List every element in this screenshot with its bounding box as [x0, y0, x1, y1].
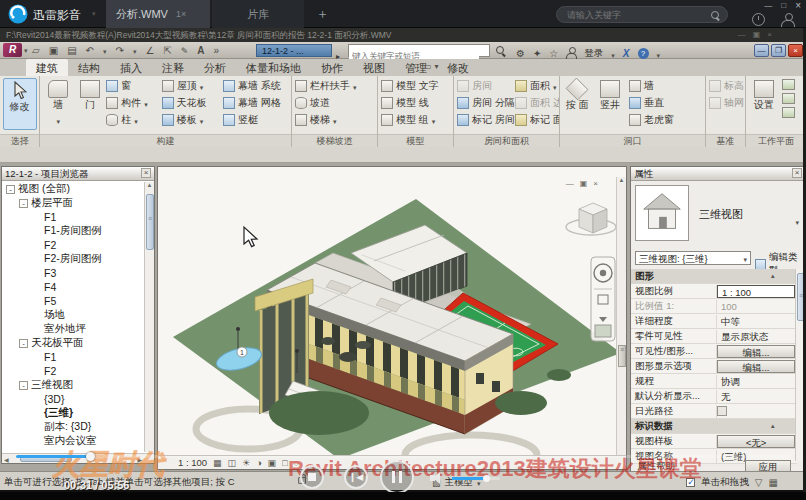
- volume-slider[interactable]: [452, 477, 500, 480]
- wall-button[interactable]: 墙: [42, 78, 75, 128]
- player-new-tab-button[interactable]: ＋: [316, 5, 329, 23]
- volume-icon[interactable]: [430, 472, 444, 484]
- room-separator-button[interactable]: 房间 分隔: [456, 95, 512, 111]
- tree-expander-icon[interactable]: -: [19, 199, 28, 208]
- player-close-button[interactable]: [795, 1, 801, 11]
- tree-item[interactable]: F2: [2, 364, 145, 378]
- curtain-grid-button[interactable]: 幕墙 网格: [222, 95, 289, 111]
- property-row[interactable]: 规程 协调: [631, 374, 797, 389]
- panel-label-room-area[interactable]: 房间和面积: [454, 134, 559, 147]
- volume-knob[interactable]: [483, 475, 490, 482]
- player-search-input[interactable]: [565, 8, 705, 21]
- aligned-dimension-icon[interactable]: [163, 44, 171, 58]
- tree-item[interactable]: {3D}: [2, 392, 145, 406]
- tree-item[interactable]: {三维}: [2, 406, 145, 420]
- ceiling-button[interactable]: 天花板: [161, 95, 220, 111]
- opening-by-face-button[interactable]: 按 面: [562, 78, 592, 110]
- tree-item[interactable]: - 三维视图: [2, 378, 145, 392]
- property-row[interactable]: 比例值 1: 100: [631, 299, 797, 314]
- set-workplane-button[interactable]: 设置: [748, 78, 780, 110]
- column-button[interactable]: 柱: [105, 112, 159, 128]
- property-value[interactable]: 中等: [717, 315, 795, 328]
- ribbon-tab[interactable]: 体量和场地: [236, 59, 311, 76]
- detail-level-icon[interactable]: ▦: [213, 458, 222, 468]
- component-button[interactable]: 构件: [105, 95, 159, 111]
- tree-item[interactable]: F1-房间图例: [2, 224, 145, 238]
- toolbar-overflow-icon[interactable]: [214, 44, 220, 58]
- shaft-button[interactable]: 竖井: [594, 78, 626, 110]
- ribbon-tab[interactable]: 结构: [68, 59, 110, 76]
- component-caret-icon[interactable]: [144, 98, 148, 109]
- model-group-button[interactable]: 模型 组: [380, 112, 440, 128]
- railing-button[interactable]: 栏杆扶手: [294, 78, 358, 94]
- view-close-icon[interactable]: ×: [593, 179, 598, 188]
- tree-expander-icon[interactable]: -: [19, 381, 28, 390]
- property-row[interactable]: 图形: [631, 269, 797, 284]
- open-icon[interactable]: [32, 44, 40, 58]
- property-value[interactable]: 编辑...: [717, 345, 795, 358]
- ribbon-tab[interactable]: 分析: [194, 59, 236, 76]
- tree-expander-icon[interactable]: -: [19, 339, 28, 348]
- property-row[interactable]: 日光路径: [631, 404, 797, 419]
- window-button[interactable]: 窗: [105, 78, 159, 94]
- drawing-viewport[interactable]: 1: [157, 166, 627, 470]
- property-value[interactable]: 编辑...: [717, 360, 795, 373]
- visual-style-icon[interactable]: ◫: [228, 458, 237, 468]
- vertical-opening-button[interactable]: 垂直: [628, 95, 690, 111]
- dormer-button[interactable]: 老虎窗: [628, 112, 690, 128]
- ribbon-tab[interactable]: 协作: [311, 59, 353, 76]
- tree-item[interactable]: F2-房间图例: [2, 252, 145, 266]
- selection-count-icon[interactable]: ▦: [769, 477, 778, 488]
- model-line-button[interactable]: 模型 线: [380, 95, 440, 111]
- property-row[interactable]: 默认分析显示... 无: [631, 389, 797, 404]
- revit-minimize-button[interactable]: —: [754, 44, 769, 57]
- project-browser-close-icon[interactable]: ×: [141, 168, 151, 178]
- property-value[interactable]: 协调: [717, 375, 795, 388]
- view-scale-label[interactable]: 1 : 100: [178, 457, 207, 468]
- view-restore-icon[interactable]: ▣: [580, 179, 588, 188]
- viewer-icon[interactable]: [782, 107, 795, 118]
- shadows-icon[interactable]: ◑: [256, 458, 261, 468]
- viewport-vertical-scrollbar[interactable]: ▲: [616, 177, 626, 455]
- tree-item[interactable]: F1: [2, 210, 145, 224]
- player-tab-library[interactable]: 片库: [212, 0, 304, 28]
- area-button[interactable]: 面积: [514, 78, 559, 94]
- property-row[interactable]: 详细程度 中等: [631, 314, 797, 329]
- tree-item[interactable]: F4: [2, 280, 145, 294]
- redo-caret-icon[interactable]: [133, 44, 137, 58]
- reference-plane-icon[interactable]: [782, 93, 795, 104]
- view-cube[interactable]: [566, 203, 616, 235]
- property-value[interactable]: 100: [717, 300, 795, 313]
- roof-caret-icon[interactable]: [200, 81, 204, 92]
- property-row[interactable]: 视图比例 1 : 100: [631, 284, 797, 299]
- mullion-button[interactable]: 竖梃: [222, 112, 289, 128]
- player-seekbar[interactable]: [16, 455, 790, 458]
- player-app-name[interactable]: 迅雷影音: [33, 7, 81, 24]
- filter-icon[interactable]: ▽: [755, 477, 763, 488]
- communication-center-icon[interactable]: [533, 48, 541, 59]
- seekbar-knob[interactable]: [86, 452, 95, 461]
- player-tab-video[interactable]: 分析.WMV 1×: [106, 0, 210, 28]
- area-caret-icon[interactable]: [553, 81, 557, 92]
- show-workplane-icon[interactable]: [782, 79, 795, 90]
- wall-caret-icon[interactable]: [56, 110, 60, 128]
- model-text-button[interactable]: 模型 文字: [380, 78, 440, 94]
- tree-item[interactable]: 场地: [2, 308, 145, 322]
- undo-icon[interactable]: [86, 44, 94, 58]
- ribbon-tab[interactable]: 插入: [110, 59, 152, 76]
- tree-item[interactable]: F5: [2, 294, 145, 308]
- player-tab-badge[interactable]: 1×: [176, 9, 186, 19]
- tree-item[interactable]: - 视图 (全部): [2, 182, 145, 196]
- player-minimize-button[interactable]: [764, 1, 772, 11]
- stop-button[interactable]: [300, 465, 324, 489]
- sign-in-label[interactable]: 登录: [584, 47, 603, 60]
- sign-in-icon[interactable]: [566, 47, 576, 59]
- property-value[interactable]: 无: [717, 390, 795, 403]
- property-row[interactable]: 可见性/图形... 编辑...: [631, 344, 797, 359]
- tree-item[interactable]: F1: [2, 350, 145, 364]
- ribbon-tab[interactable]: 注释: [152, 59, 194, 76]
- viewport-scroll-thumb[interactable]: [618, 345, 626, 367]
- infocenter-search-icon[interactable]: [496, 46, 506, 56]
- revit-logo-button[interactable]: R: [3, 43, 22, 57]
- redo-icon[interactable]: [116, 44, 124, 58]
